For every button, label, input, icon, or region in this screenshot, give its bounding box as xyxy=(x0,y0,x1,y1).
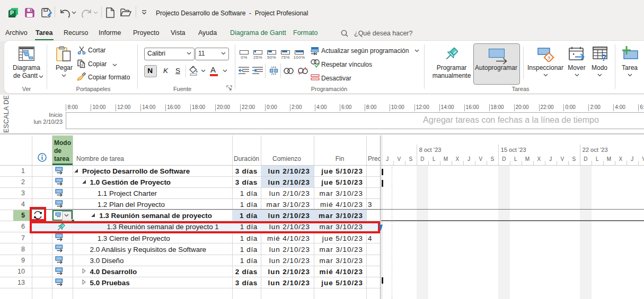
svg-text:?: ? xyxy=(601,53,606,62)
svg-text:P: P xyxy=(10,10,14,16)
svg-text:?: ? xyxy=(548,56,550,61)
